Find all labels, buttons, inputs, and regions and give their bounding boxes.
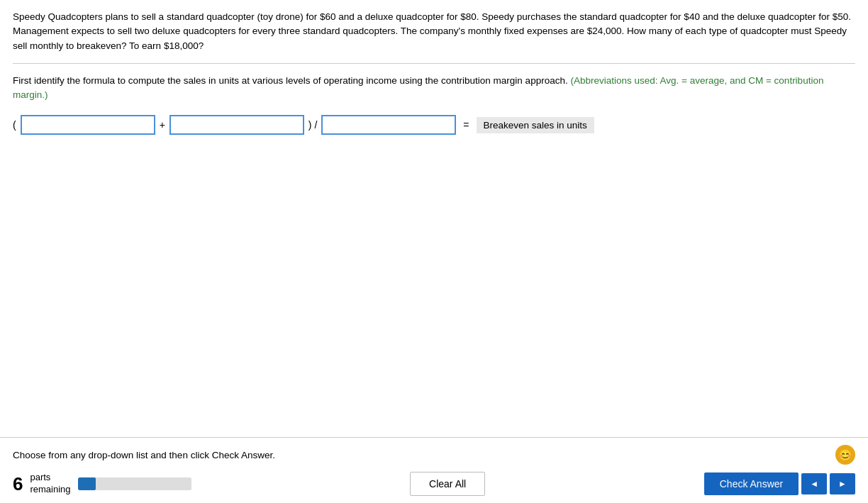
- problem-statement: Speedy Quadcopters plans to sell a stand…: [13, 11, 851, 51]
- nav-next-button[interactable]: ►: [830, 473, 855, 494]
- formula-row: ( + ) / = Breakeven sales in units: [13, 115, 855, 135]
- open-paren-label: (: [13, 119, 16, 131]
- formula-input-2[interactable]: [169, 115, 304, 135]
- parts-remaining-section: 6 partsremaining: [13, 472, 191, 496]
- parts-number: 6: [13, 475, 23, 493]
- nav-prev-button[interactable]: ◄: [801, 473, 827, 494]
- next-arrow-icon: ►: [838, 479, 847, 489]
- check-answer-button[interactable]: Check Answer: [704, 472, 799, 495]
- instruction-main: First identify the formula to compute th…: [13, 75, 568, 86]
- right-buttons: Check Answer ◄ ►: [704, 472, 855, 495]
- result-label: Breakeven sales in units: [477, 117, 594, 133]
- prev-arrow-icon: ◄: [810, 479, 818, 489]
- footer-row: 6 partsremaining Clear All Check Answer …: [13, 472, 855, 496]
- smiley-icon: 😊: [835, 445, 855, 465]
- bottom-bar: Choose from any drop-down list and then …: [0, 437, 868, 503]
- formula-input-1[interactable]: [21, 115, 155, 135]
- progress-bar-fill: [78, 477, 96, 490]
- footer-instruction-text: Choose from any drop-down list and then …: [13, 450, 275, 460]
- plus-sign-label: +: [160, 119, 165, 131]
- parts-label: partsremaining: [30, 472, 70, 496]
- formula-input-3[interactable]: [321, 115, 456, 135]
- clear-all-button[interactable]: Clear All: [410, 472, 485, 496]
- close-paren-div-label: ) /: [308, 119, 317, 131]
- footer-instruction-row: Choose from any drop-down list and then …: [13, 445, 855, 465]
- instruction-section: First identify the formula to compute th…: [13, 74, 855, 103]
- center-buttons: Clear All: [410, 472, 485, 496]
- progress-bar-container: [78, 477, 191, 490]
- equals-sign-label: =: [463, 119, 469, 131]
- main-content: Speedy Quadcopters plans to sell a stand…: [0, 0, 868, 437]
- problem-text: Speedy Quadcopters plans to sell a stand…: [13, 10, 855, 64]
